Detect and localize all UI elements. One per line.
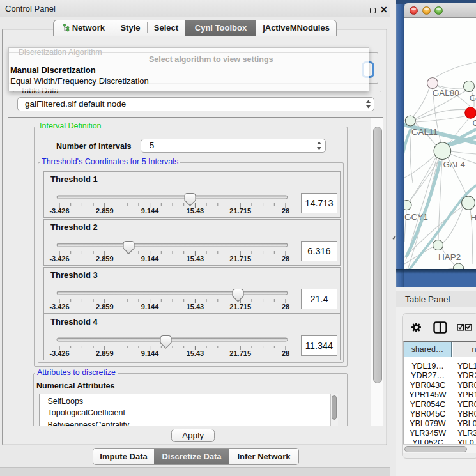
svg-text:C: C (473, 118, 476, 128)
svg-text:9.144: 9.144 (141, 255, 159, 263)
svg-text:9.144: 9.144 (141, 349, 159, 357)
svg-text:15.43: 15.43 (187, 207, 204, 215)
svg-text:2.859: 2.859 (96, 303, 114, 311)
svg-text:28: 28 (282, 207, 289, 215)
svg-text:GAL11: GAL11 (411, 127, 438, 137)
svg-text:21.715: 21.715 (229, 255, 251, 263)
svg-text:GCY1: GCY1 (404, 212, 428, 222)
svg-text:2.859: 2.859 (96, 349, 114, 357)
svg-text:15.43: 15.43 (187, 349, 204, 357)
svg-text:2.859: 2.859 (96, 255, 114, 263)
svg-text:-3.426: -3.426 (49, 303, 69, 311)
svg-text:21.715: 21.715 (229, 303, 251, 311)
svg-text:-3.426: -3.426 (49, 255, 69, 263)
svg-text:21.715: 21.715 (229, 207, 251, 215)
svg-text:G.: G. (470, 93, 476, 103)
svg-text:GAL80: GAL80 (433, 88, 459, 98)
svg-text:28: 28 (282, 255, 289, 263)
svg-text:GAL4: GAL4 (443, 160, 466, 169)
svg-text:H: H (471, 213, 476, 222)
svg-text:21.715: 21.715 (229, 349, 251, 357)
svg-text:28: 28 (282, 303, 289, 311)
svg-text:HAP2: HAP2 (438, 252, 461, 262)
svg-text:15.43: 15.43 (187, 255, 204, 263)
svg-text:-3.426: -3.426 (49, 207, 69, 215)
svg-text:2.859: 2.859 (96, 207, 114, 215)
svg-text:9.144: 9.144 (141, 303, 159, 311)
svg-text:15.43: 15.43 (187, 303, 204, 311)
svg-text:-3.426: -3.426 (49, 349, 69, 357)
svg-text:9.144: 9.144 (141, 207, 159, 215)
svg-text:28: 28 (282, 349, 289, 357)
